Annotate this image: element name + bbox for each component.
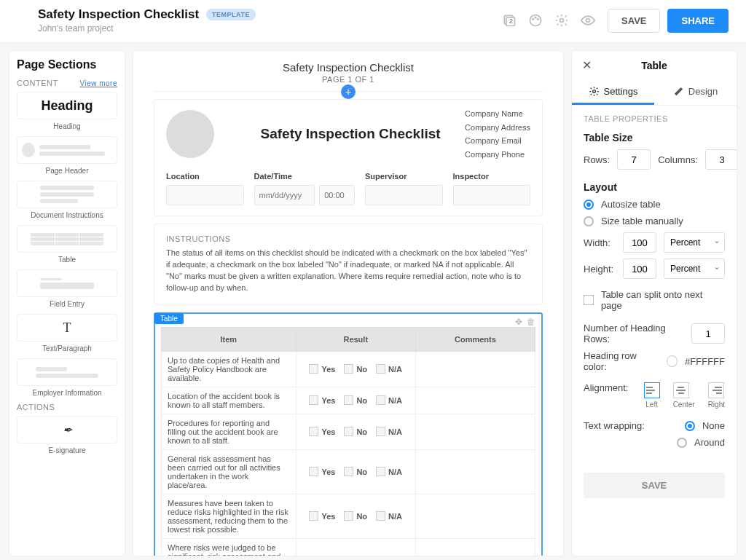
document-title: Safety Inspection Checklist xyxy=(38,7,199,22)
add-section-button[interactable]: + xyxy=(341,84,356,99)
result-option[interactable]: N/A xyxy=(376,364,402,374)
date-input[interactable] xyxy=(254,185,315,205)
svg-point-7 xyxy=(586,19,590,23)
palette-icon[interactable] xyxy=(527,12,543,28)
svg-point-8 xyxy=(592,90,595,93)
time-input[interactable] xyxy=(319,185,355,205)
widget-heading[interactable]: Heading xyxy=(17,92,117,119)
project-subtitle: John's team project xyxy=(38,23,501,33)
widget-employer-info[interactable] xyxy=(17,358,117,386)
widget-table[interactable] xyxy=(17,225,117,253)
eye-icon[interactable] xyxy=(580,12,596,28)
move-icon[interactable]: ✥ xyxy=(515,317,522,327)
columns-input[interactable] xyxy=(705,149,737,170)
view-more-link[interactable]: View more xyxy=(79,79,117,87)
location-input[interactable] xyxy=(166,185,244,205)
panel-title: Table xyxy=(572,60,737,71)
supervisor-input[interactable] xyxy=(365,185,443,205)
result-option[interactable]: N/A xyxy=(376,427,402,436)
result-option[interactable]: No xyxy=(344,511,367,521)
align-right[interactable] xyxy=(708,382,724,398)
properties-panel: ✕ Table Settings Design TABLE PROPERTIES… xyxy=(571,50,737,556)
doc-header-title: Safety Inspection Checklist xyxy=(154,61,543,74)
checklist-table: Item Result Comments Up to date copies o… xyxy=(161,327,535,557)
gear-icon xyxy=(589,86,600,97)
width-unit-select[interactable]: Percent xyxy=(664,232,725,253)
close-icon[interactable]: ✕ xyxy=(582,58,592,72)
svg-point-4 xyxy=(535,17,536,18)
rows-input[interactable] xyxy=(617,149,651,170)
height-input[interactable] xyxy=(623,259,656,279)
result-option[interactable]: Yes xyxy=(309,467,335,476)
table-block[interactable]: Table ✥ 🗑 Item Result Comments Up to dat… xyxy=(154,312,543,557)
result-option[interactable]: Yes xyxy=(309,511,335,521)
manual-size-radio[interactable]: Size table manually xyxy=(584,216,725,226)
table-tag: Table xyxy=(154,313,184,324)
result-option[interactable]: N/A xyxy=(376,467,402,476)
result-option[interactable]: No xyxy=(344,427,367,436)
result-option[interactable]: Yes xyxy=(309,395,335,405)
svg-point-6 xyxy=(560,19,564,23)
result-option[interactable]: Yes xyxy=(309,427,335,436)
tab-design[interactable]: Design xyxy=(654,80,737,105)
wrap-around-radio[interactable] xyxy=(677,438,687,448)
align-center[interactable] xyxy=(673,382,689,398)
result-option[interactable]: N/A xyxy=(376,556,402,556)
top-bar: Safety Inspection Checklist TEMPLATE Joh… xyxy=(0,0,746,43)
result-option[interactable]: Yes xyxy=(309,364,335,374)
tab-settings[interactable]: Settings xyxy=(572,80,654,105)
page-indicator: PAGE 1 OF 1 xyxy=(154,75,543,84)
page-sections-panel: Page Sections CONTENT View more Heading … xyxy=(9,50,125,556)
height-unit-select[interactable]: Percent xyxy=(664,259,725,279)
inspector-input[interactable] xyxy=(453,185,531,205)
svg-point-3 xyxy=(533,19,534,20)
result-option[interactable]: N/A xyxy=(376,511,402,521)
pencil-icon xyxy=(673,86,684,97)
checklist-title: Safety Inspection Checklist xyxy=(229,126,450,142)
actions-label: ACTIONS xyxy=(17,403,55,411)
split-checkbox[interactable]: Table can split onto next page xyxy=(584,289,725,311)
widget-esignature[interactable]: ✒ xyxy=(17,416,117,443)
table-row: Procedures for reporting and filling out… xyxy=(162,414,535,449)
table-row: Location of the accident book is known t… xyxy=(162,387,535,414)
share-button[interactable]: SHARE xyxy=(667,9,729,33)
widget-text[interactable]: T xyxy=(17,314,117,342)
result-option[interactable]: No xyxy=(344,467,367,476)
history-icon[interactable]: 2 xyxy=(501,12,517,28)
widget-doc-instructions[interactable] xyxy=(17,181,117,208)
result-option[interactable]: No xyxy=(344,364,367,374)
page-header-block[interactable]: Safety Inspection Checklist Company Name… xyxy=(154,99,543,216)
table-row: Where risks were judged to be significan… xyxy=(162,538,535,556)
panel-save-button[interactable]: SAVE xyxy=(584,473,725,498)
table-row: General risk assessment has been carried… xyxy=(162,449,535,494)
heading-color-swatch[interactable] xyxy=(667,355,678,367)
wrap-none-radio[interactable] xyxy=(685,421,695,431)
table-row: Measures have been taken to reduce risks… xyxy=(162,494,535,538)
align-left[interactable] xyxy=(644,382,660,398)
gear-icon[interactable] xyxy=(554,12,570,28)
instructions-block[interactable]: INSTRUCTIONS The status of all items on … xyxy=(154,224,543,305)
company-info: Company Name Company Address Company Ema… xyxy=(465,107,530,162)
width-input[interactable] xyxy=(623,232,656,253)
autosize-radio[interactable]: Autosize table xyxy=(584,199,725,210)
delete-icon[interactable]: 🗑 xyxy=(527,317,535,327)
template-badge: TEMPLATE xyxy=(206,9,256,20)
heading-rows-input[interactable] xyxy=(691,323,725,344)
save-button[interactable]: SAVE xyxy=(608,9,660,33)
logo-placeholder[interactable] xyxy=(166,110,214,158)
result-option[interactable]: No xyxy=(344,556,367,556)
table-row: Up to date copies of Health and Safety P… xyxy=(162,351,535,387)
widget-page-header[interactable] xyxy=(17,136,117,164)
document-canvas: Safety Inspection Checklist PAGE 1 OF 1 … xyxy=(133,50,564,556)
result-option[interactable]: N/A xyxy=(376,395,402,405)
svg-point-5 xyxy=(538,19,539,20)
widget-field-entry[interactable] xyxy=(17,269,117,297)
result-option[interactable]: No xyxy=(344,395,367,405)
content-label: CONTENT xyxy=(17,79,58,87)
result-option[interactable]: Yes xyxy=(309,556,335,556)
panel-heading: Page Sections xyxy=(17,58,117,71)
